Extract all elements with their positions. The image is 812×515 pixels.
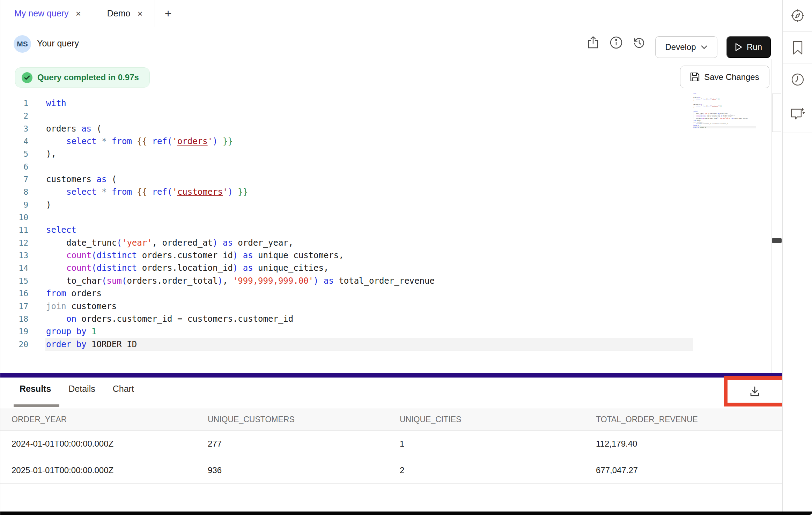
share-icon[interactable] bbox=[585, 35, 601, 50]
table-row[interactable]: 2024-01-01T00:00:00.000Z2771112,179.40 bbox=[0, 431, 782, 457]
code-token: ' bbox=[208, 136, 213, 146]
code-token: join bbox=[46, 301, 66, 311]
code-line[interactable]: select * from {{ ref('customers') }} bbox=[45, 186, 693, 198]
code-line[interactable]: on orders.customer_id = customers.custom… bbox=[45, 313, 693, 325]
code-token: orders.order_total bbox=[705, 118, 717, 119]
code-token bbox=[147, 136, 152, 146]
code-token: , ordered_at bbox=[708, 113, 717, 114]
code-token: from bbox=[703, 105, 706, 107]
code-token: ref( bbox=[152, 136, 172, 146]
code-token: date_trunc bbox=[696, 113, 703, 114]
table-cell[interactable]: 112,179.40 bbox=[596, 439, 782, 449]
code-line[interactable]: select * from {{ ref('orders') }} bbox=[45, 135, 693, 148]
rail-divider bbox=[783, 96, 812, 96]
table-cell[interactable]: 2025-01-01T00:00:00.000Z bbox=[12, 465, 208, 475]
column-header[interactable]: UNIQUE_CITIES bbox=[400, 415, 596, 424]
table-cell[interactable]: 2 bbox=[400, 465, 596, 475]
panel-splitter[interactable] bbox=[0, 373, 782, 378]
code-line[interactable]: count(distinct orders.location_id) as un… bbox=[45, 262, 693, 274]
tab-results[interactable]: Results bbox=[20, 384, 51, 394]
code-token: from bbox=[693, 120, 696, 121]
code-token bbox=[71, 327, 76, 336]
code-token: from bbox=[112, 187, 132, 197]
line-number: 17 bbox=[0, 300, 28, 313]
develop-button[interactable]: Develop bbox=[655, 36, 717, 58]
code-area[interactable]: withorders as (select * from {{ ref('ord… bbox=[45, 97, 693, 351]
table-cell[interactable]: 1 bbox=[400, 439, 596, 449]
close-icon[interactable]: × bbox=[76, 9, 81, 18]
minimap-code: withorders as (select * from {{ ref('ord… bbox=[693, 93, 756, 128]
header-icons bbox=[585, 35, 647, 50]
code-line[interactable]: join customers bbox=[45, 300, 693, 313]
code-token: ), bbox=[46, 149, 56, 159]
code-token: {{ bbox=[137, 187, 147, 197]
code-line[interactable]: group by 1 bbox=[45, 325, 693, 338]
code-token: ) bbox=[233, 263, 238, 273]
new-tab-button[interactable]: + bbox=[155, 0, 182, 27]
right-sidebar-rail bbox=[782, 0, 812, 515]
run-button[interactable]: Run bbox=[726, 36, 771, 58]
history-icon[interactable] bbox=[632, 35, 647, 50]
ai-chat-icon[interactable] bbox=[783, 106, 812, 122]
code-line[interactable]: with bbox=[45, 97, 693, 110]
code-line[interactable]: count(distinct orders.customer_id) as un… bbox=[45, 249, 693, 262]
code-token: }} bbox=[718, 98, 719, 100]
code-line[interactable] bbox=[45, 110, 693, 122]
tab-chart[interactable]: Chart bbox=[113, 384, 134, 394]
minimap[interactable]: withorders as (select * from {{ ref('ord… bbox=[693, 93, 756, 134]
code-line[interactable]: ) bbox=[45, 199, 693, 211]
close-icon[interactable]: × bbox=[138, 9, 143, 18]
scrollbar-thumb[interactable] bbox=[772, 94, 781, 132]
tab-my-new-query[interactable]: My new query × bbox=[0, 0, 93, 27]
table-cell[interactable]: 677,047.27 bbox=[596, 465, 782, 475]
info-icon[interactable] bbox=[608, 35, 624, 50]
code-token: orders bbox=[46, 124, 81, 134]
line-number: 15 bbox=[0, 275, 28, 287]
code-line[interactable]: select bbox=[45, 224, 693, 236]
code-token: as bbox=[243, 251, 253, 260]
code-line[interactable]: from orders bbox=[45, 287, 693, 300]
tab-details[interactable]: Details bbox=[68, 384, 95, 394]
line-number: 16 bbox=[0, 287, 28, 300]
code-token: orders.order_total bbox=[127, 276, 217, 286]
code-token: sum bbox=[107, 276, 122, 286]
code-line[interactable]: to_char(sum(orders.order_total), '999,99… bbox=[45, 275, 693, 287]
code-line[interactable]: customers as ( bbox=[45, 173, 693, 186]
sql-editor[interactable]: Query completed in 0.97s Save Changes 12… bbox=[0, 59, 782, 373]
tab-demo[interactable]: Demo × bbox=[93, 0, 155, 27]
code-line[interactable]: order by 1ORDER_ID bbox=[693, 127, 756, 128]
code-token bbox=[87, 339, 91, 349]
code-line[interactable]: orders as ( bbox=[45, 122, 693, 135]
code-token: select bbox=[46, 225, 76, 235]
clock-icon[interactable] bbox=[783, 72, 812, 87]
code-token: ) bbox=[693, 107, 694, 109]
code-token: orders.location_id bbox=[706, 116, 719, 118]
code-line[interactable]: order by 1ORDER_ID bbox=[45, 338, 693, 351]
code-line[interactable] bbox=[45, 161, 693, 173]
line-number: 2 bbox=[0, 110, 28, 122]
code-line[interactable]: date_trunc('year', ordered_at) as order_… bbox=[45, 237, 693, 249]
editor-scrollbar-track[interactable] bbox=[771, 59, 782, 373]
code-line[interactable]: ), bbox=[45, 148, 693, 160]
code-token: distinct bbox=[97, 263, 137, 273]
column-header[interactable]: ORDER_YEAR bbox=[12, 415, 208, 424]
tab-label: Demo bbox=[107, 8, 131, 18]
table-cell[interactable]: 2024-01-01T00:00:00.000Z bbox=[12, 439, 208, 449]
download-button[interactable] bbox=[749, 386, 761, 397]
code-line[interactable] bbox=[45, 211, 693, 224]
line-number: 12 bbox=[0, 237, 28, 249]
column-header[interactable]: UNIQUE_CUSTOMERS bbox=[208, 415, 400, 424]
save-changes-button[interactable]: Save Changes bbox=[680, 66, 769, 88]
table-row[interactable]: 2025-01-01T00:00:00.000Z9362677,047.27 bbox=[0, 457, 782, 484]
table-cell[interactable]: 277 bbox=[208, 439, 400, 449]
code-token: unique_cities, bbox=[722, 116, 733, 118]
status-badge: Query completed in 0.97s bbox=[15, 67, 150, 88]
panel-resize-handle[interactable] bbox=[772, 238, 782, 243]
bookmark-icon[interactable] bbox=[783, 40, 812, 55]
column-header[interactable]: TOTAL_ORDER_REVENUE bbox=[596, 415, 782, 424]
line-number: 8 bbox=[0, 186, 28, 198]
code-token: ref( bbox=[708, 98, 711, 100]
compass-icon[interactable] bbox=[783, 8, 812, 23]
code-token: ( bbox=[91, 251, 96, 260]
table-cell[interactable]: 936 bbox=[208, 465, 400, 475]
